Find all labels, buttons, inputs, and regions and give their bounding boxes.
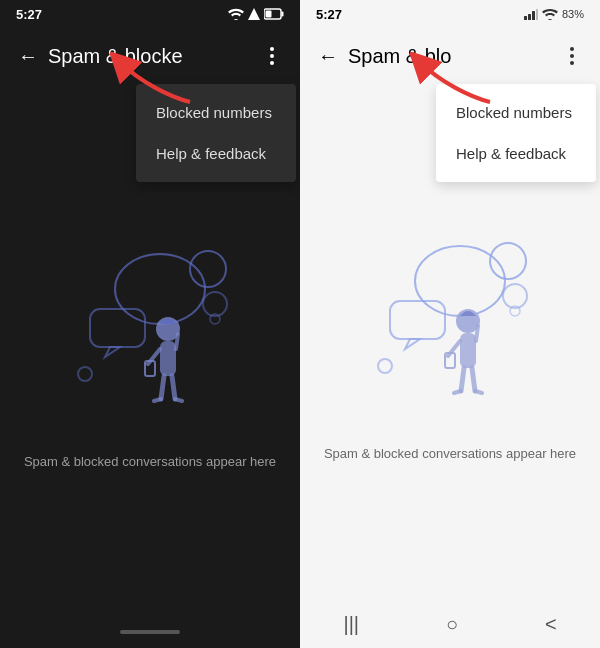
svg-point-37 <box>378 359 392 373</box>
svg-point-5 <box>270 54 274 58</box>
status-bar-left: 5:27 <box>0 0 300 28</box>
dropdown-menu-right: Blocked numbers Help & feedback <box>436 84 596 182</box>
svg-line-44 <box>472 368 475 391</box>
svg-point-10 <box>203 292 227 316</box>
svg-marker-0 <box>248 8 260 20</box>
back-arrow-right: ← <box>318 45 338 68</box>
app-bar-left: ← Spam & blocke Blocked numbers Help & f… <box>0 28 300 84</box>
svg-rect-11 <box>90 309 145 347</box>
app-bar-title-left: Spam & blocke <box>48 45 252 68</box>
status-icons-left <box>228 8 284 20</box>
overflow-button-left[interactable] <box>252 36 292 76</box>
svg-line-19 <box>161 376 164 399</box>
svg-rect-25 <box>528 14 531 20</box>
wifi-icon-left <box>228 8 244 20</box>
svg-line-18 <box>176 334 178 349</box>
overflow-button-right[interactable] <box>552 36 592 76</box>
svg-marker-12 <box>105 347 120 357</box>
overflow-icon-right <box>570 46 574 66</box>
svg-rect-40 <box>460 333 476 368</box>
left-panel: 5:27 ← Spam & blocke <box>0 0 300 648</box>
svg-rect-24 <box>524 16 527 20</box>
illustration-svg-right <box>360 221 540 421</box>
svg-rect-3 <box>266 11 272 18</box>
app-bar-right: ← Spam & blo Blocked numbers Help & feed… <box>300 28 600 84</box>
svg-point-30 <box>570 61 574 65</box>
right-panel: 5:27 83% ← Spam & blo <box>300 0 600 648</box>
home-bar-left <box>120 630 180 634</box>
dropdown-item-help-left[interactable]: Help & feedback <box>136 133 296 174</box>
dropdown-menu-left: Blocked numbers Help & feedback <box>136 84 296 182</box>
svg-rect-27 <box>536 9 538 20</box>
overflow-icon-left <box>270 46 274 66</box>
svg-point-34 <box>503 284 527 308</box>
svg-point-13 <box>78 367 92 381</box>
svg-line-45 <box>454 391 461 393</box>
data-icon-left <box>248 8 260 20</box>
svg-rect-16 <box>160 341 176 376</box>
svg-point-33 <box>490 243 526 279</box>
back-button-right[interactable]: ← <box>308 36 348 76</box>
back-arrow-left: ← <box>18 45 38 68</box>
home-indicator-left <box>0 616 300 648</box>
status-bar-right: 5:27 83% <box>300 0 600 28</box>
svg-line-42 <box>476 326 478 341</box>
nav-back-right[interactable]: < <box>545 613 557 636</box>
dropdown-item-help-right[interactable]: Help & feedback <box>436 133 596 174</box>
illustration-right <box>360 221 540 421</box>
svg-line-46 <box>475 391 482 393</box>
svg-line-20 <box>172 376 175 399</box>
svg-line-21 <box>154 399 161 401</box>
svg-point-29 <box>570 54 574 58</box>
svg-point-9 <box>190 251 226 287</box>
illustration-left <box>60 229 240 429</box>
app-bar-title-right: Spam & blo <box>348 45 552 68</box>
empty-text-left: Spam & blocked conversations appear here <box>24 453 276 471</box>
signal-icon-right <box>524 9 538 20</box>
svg-rect-26 <box>532 11 535 20</box>
nav-home-right[interactable]: ○ <box>446 613 458 636</box>
svg-rect-2 <box>282 12 284 17</box>
dropdown-item-blocked-left[interactable]: Blocked numbers <box>136 92 296 133</box>
empty-text-right: Spam & blocked conversations appear here <box>324 445 576 463</box>
svg-line-43 <box>461 368 464 391</box>
battery-icon-left <box>264 8 284 20</box>
dropdown-item-blocked-right[interactable]: Blocked numbers <box>436 92 596 133</box>
nav-recents-right[interactable]: ||| <box>343 613 359 636</box>
wifi-icon-right <box>542 9 558 20</box>
svg-point-28 <box>570 47 574 51</box>
svg-point-4 <box>270 47 274 51</box>
battery-text-right: 83% <box>562 8 584 20</box>
bottom-nav-right: ||| ○ < <box>300 600 600 648</box>
back-button-left[interactable]: ← <box>8 36 48 76</box>
svg-point-6 <box>270 61 274 65</box>
svg-marker-36 <box>405 339 420 349</box>
svg-line-22 <box>175 399 182 401</box>
status-icons-right: 83% <box>524 8 584 20</box>
time-left: 5:27 <box>16 7 42 22</box>
svg-rect-35 <box>390 301 445 339</box>
illustration-svg-left <box>60 229 240 429</box>
time-right: 5:27 <box>316 7 342 22</box>
